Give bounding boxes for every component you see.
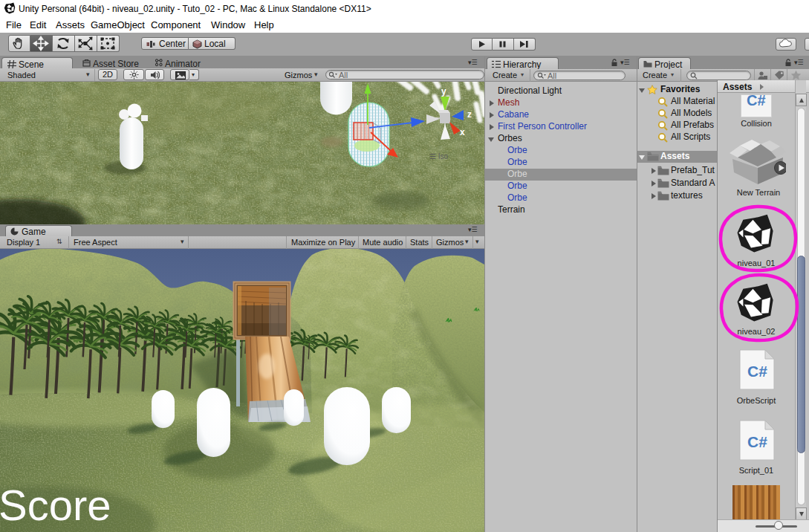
svg-text:z: z: [467, 109, 472, 120]
svg-text:C#: C#: [747, 363, 767, 380]
svg-text:x: x: [460, 127, 465, 137]
svg-text:y: y: [441, 86, 446, 97]
svg-text:C#: C#: [747, 433, 767, 450]
svg-text:☰ Iso: ☰ Iso: [429, 152, 449, 160]
svg-text:Score: Score: [0, 481, 111, 529]
